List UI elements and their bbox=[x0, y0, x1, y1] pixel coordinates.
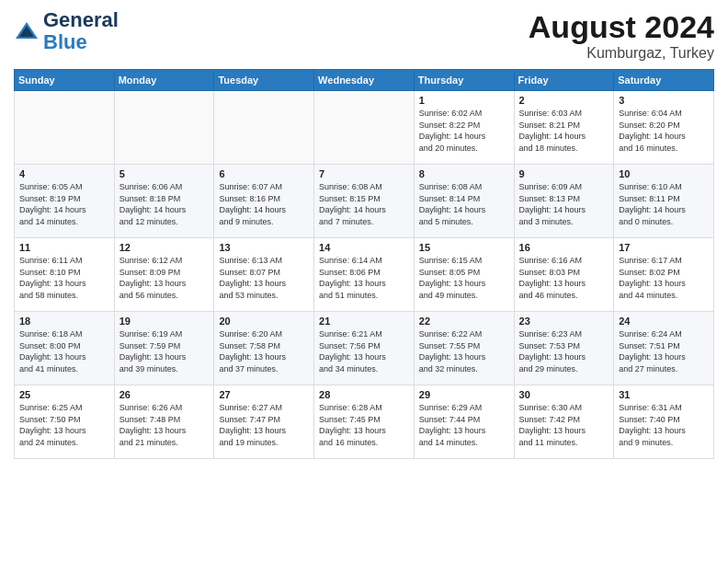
day-number: 16 bbox=[519, 242, 609, 253]
day-cell: 16Sunrise: 6:16 AMSunset: 8:03 PMDayligh… bbox=[514, 238, 614, 312]
day-info: Sunrise: 6:07 AMSunset: 8:16 PMDaylight:… bbox=[219, 181, 309, 227]
day-cell: 17Sunrise: 6:17 AMSunset: 8:02 PMDayligh… bbox=[614, 238, 714, 312]
day-cell: 20Sunrise: 6:20 AMSunset: 7:58 PMDayligh… bbox=[214, 312, 314, 385]
day-number: 29 bbox=[419, 389, 509, 400]
day-info: Sunrise: 6:12 AMSunset: 8:09 PMDaylight:… bbox=[119, 255, 210, 301]
day-cell: 18Sunrise: 6:18 AMSunset: 8:00 PMDayligh… bbox=[15, 312, 115, 385]
week-row-3: 18Sunrise: 6:18 AMSunset: 8:00 PMDayligh… bbox=[15, 312, 714, 385]
header-cell-wednesday: Wednesday bbox=[314, 70, 415, 91]
subtitle: Kumburgaz, Turkey bbox=[529, 45, 714, 62]
week-row-1: 4Sunrise: 6:05 AMSunset: 8:19 PMDaylight… bbox=[15, 165, 714, 238]
day-cell: 31Sunrise: 6:31 AMSunset: 7:40 PMDayligh… bbox=[614, 385, 714, 459]
day-cell: 7Sunrise: 6:08 AMSunset: 8:15 PMDaylight… bbox=[314, 165, 415, 238]
day-info: Sunrise: 6:11 AMSunset: 8:10 PMDaylight:… bbox=[19, 255, 109, 301]
day-cell: 13Sunrise: 6:13 AMSunset: 8:07 PMDayligh… bbox=[214, 238, 314, 312]
day-info: Sunrise: 6:08 AMSunset: 8:15 PMDaylight:… bbox=[319, 181, 409, 227]
day-cell: 2Sunrise: 6:03 AMSunset: 8:21 PMDaylight… bbox=[514, 91, 614, 165]
day-cell: 27Sunrise: 6:27 AMSunset: 7:47 PMDayligh… bbox=[214, 385, 314, 459]
day-cell: 25Sunrise: 6:25 AMSunset: 7:50 PMDayligh… bbox=[15, 385, 115, 459]
day-number: 7 bbox=[319, 168, 409, 179]
logo-icon bbox=[14, 18, 40, 44]
day-number: 12 bbox=[119, 242, 210, 253]
logo-general: General bbox=[43, 9, 119, 31]
title-block: August 2024 Kumburgaz, Turkey bbox=[529, 9, 714, 62]
header-row: SundayMondayTuesdayWednesdayThursdayFrid… bbox=[15, 70, 714, 91]
day-info: Sunrise: 6:18 AMSunset: 8:00 PMDaylight:… bbox=[19, 328, 109, 374]
day-number: 19 bbox=[119, 316, 210, 327]
day-number: 4 bbox=[19, 168, 109, 179]
day-info: Sunrise: 6:15 AMSunset: 8:05 PMDaylight:… bbox=[419, 255, 509, 301]
day-number: 31 bbox=[619, 389, 709, 400]
day-cell: 28Sunrise: 6:28 AMSunset: 7:45 PMDayligh… bbox=[314, 385, 415, 459]
day-cell: 9Sunrise: 6:09 AMSunset: 8:13 PMDaylight… bbox=[514, 165, 614, 238]
day-info: Sunrise: 6:25 AMSunset: 7:50 PMDaylight:… bbox=[19, 402, 109, 448]
header-cell-saturday: Saturday bbox=[614, 70, 714, 91]
week-row-4: 25Sunrise: 6:25 AMSunset: 7:50 PMDayligh… bbox=[15, 385, 714, 459]
day-cell: 1Sunrise: 6:02 AMSunset: 8:22 PMDaylight… bbox=[414, 91, 514, 165]
day-number: 25 bbox=[19, 389, 109, 400]
day-number: 24 bbox=[619, 316, 709, 327]
day-cell: 11Sunrise: 6:11 AMSunset: 8:10 PMDayligh… bbox=[15, 238, 115, 312]
calendar-body: 1Sunrise: 6:02 AMSunset: 8:22 PMDaylight… bbox=[15, 91, 714, 459]
day-info: Sunrise: 6:03 AMSunset: 8:21 PMDaylight:… bbox=[519, 108, 609, 154]
day-number: 9 bbox=[519, 168, 609, 179]
day-number: 11 bbox=[19, 242, 109, 253]
day-cell bbox=[214, 91, 314, 165]
calendar-header: SundayMondayTuesdayWednesdayThursdayFrid… bbox=[15, 70, 714, 91]
day-cell: 24Sunrise: 6:24 AMSunset: 7:51 PMDayligh… bbox=[614, 312, 714, 385]
day-cell: 14Sunrise: 6:14 AMSunset: 8:06 PMDayligh… bbox=[314, 238, 415, 312]
day-cell: 15Sunrise: 6:15 AMSunset: 8:05 PMDayligh… bbox=[414, 238, 514, 312]
day-info: Sunrise: 6:13 AMSunset: 8:07 PMDaylight:… bbox=[219, 255, 309, 301]
day-info: Sunrise: 6:21 AMSunset: 7:56 PMDaylight:… bbox=[319, 328, 409, 374]
day-info: Sunrise: 6:24 AMSunset: 7:51 PMDaylight:… bbox=[619, 328, 709, 374]
week-row-2: 11Sunrise: 6:11 AMSunset: 8:10 PMDayligh… bbox=[15, 238, 714, 312]
day-info: Sunrise: 6:10 AMSunset: 8:11 PMDaylight:… bbox=[619, 181, 709, 227]
day-info: Sunrise: 6:05 AMSunset: 8:19 PMDaylight:… bbox=[19, 181, 109, 227]
day-info: Sunrise: 6:06 AMSunset: 8:18 PMDaylight:… bbox=[119, 181, 210, 227]
day-number: 27 bbox=[219, 389, 309, 400]
day-cell: 3Sunrise: 6:04 AMSunset: 8:20 PMDaylight… bbox=[614, 91, 714, 165]
day-number: 21 bbox=[319, 316, 409, 327]
day-cell: 30Sunrise: 6:30 AMSunset: 7:42 PMDayligh… bbox=[514, 385, 614, 459]
day-info: Sunrise: 6:27 AMSunset: 7:47 PMDaylight:… bbox=[219, 402, 309, 448]
day-info: Sunrise: 6:29 AMSunset: 7:44 PMDaylight:… bbox=[419, 402, 509, 448]
day-info: Sunrise: 6:20 AMSunset: 7:58 PMDaylight:… bbox=[219, 328, 309, 374]
day-info: Sunrise: 6:23 AMSunset: 7:53 PMDaylight:… bbox=[519, 328, 609, 374]
day-number: 5 bbox=[119, 168, 210, 179]
day-cell: 26Sunrise: 6:26 AMSunset: 7:48 PMDayligh… bbox=[114, 385, 214, 459]
day-info: Sunrise: 6:28 AMSunset: 7:45 PMDaylight:… bbox=[319, 402, 409, 448]
day-cell bbox=[114, 91, 214, 165]
day-cell: 12Sunrise: 6:12 AMSunset: 8:09 PMDayligh… bbox=[114, 238, 214, 312]
page: General Blue August 2024 Kumburgaz, Turk… bbox=[0, 0, 728, 563]
day-cell: 5Sunrise: 6:06 AMSunset: 8:18 PMDaylight… bbox=[114, 165, 214, 238]
day-info: Sunrise: 6:09 AMSunset: 8:13 PMDaylight:… bbox=[519, 181, 609, 227]
day-cell bbox=[15, 91, 115, 165]
day-number: 1 bbox=[419, 95, 509, 106]
day-info: Sunrise: 6:17 AMSunset: 8:02 PMDaylight:… bbox=[619, 255, 709, 301]
day-number: 2 bbox=[519, 95, 609, 106]
day-cell: 23Sunrise: 6:23 AMSunset: 7:53 PMDayligh… bbox=[514, 312, 614, 385]
day-number: 3 bbox=[619, 95, 709, 106]
day-info: Sunrise: 6:02 AMSunset: 8:22 PMDaylight:… bbox=[419, 108, 509, 154]
header-cell-monday: Monday bbox=[114, 70, 214, 91]
day-cell: 29Sunrise: 6:29 AMSunset: 7:44 PMDayligh… bbox=[414, 385, 514, 459]
day-number: 22 bbox=[419, 316, 509, 327]
day-cell: 8Sunrise: 6:08 AMSunset: 8:14 PMDaylight… bbox=[414, 165, 514, 238]
calendar: SundayMondayTuesdayWednesdayThursdayFrid… bbox=[14, 69, 714, 459]
day-number: 18 bbox=[19, 316, 109, 327]
week-row-0: 1Sunrise: 6:02 AMSunset: 8:22 PMDaylight… bbox=[15, 91, 714, 165]
header: General Blue August 2024 Kumburgaz, Turk… bbox=[14, 9, 714, 62]
header-cell-friday: Friday bbox=[514, 70, 614, 91]
day-number: 15 bbox=[419, 242, 509, 253]
day-number: 10 bbox=[619, 168, 709, 179]
day-info: Sunrise: 6:30 AMSunset: 7:42 PMDaylight:… bbox=[519, 402, 609, 448]
day-info: Sunrise: 6:22 AMSunset: 7:55 PMDaylight:… bbox=[419, 328, 509, 374]
day-number: 13 bbox=[219, 242, 309, 253]
header-cell-sunday: Sunday bbox=[15, 70, 115, 91]
day-number: 20 bbox=[219, 316, 309, 327]
day-cell: 6Sunrise: 6:07 AMSunset: 8:16 PMDaylight… bbox=[214, 165, 314, 238]
day-number: 26 bbox=[119, 389, 210, 400]
day-number: 14 bbox=[319, 242, 409, 253]
header-cell-thursday: Thursday bbox=[414, 70, 514, 91]
day-info: Sunrise: 6:14 AMSunset: 8:06 PMDaylight:… bbox=[319, 255, 409, 301]
